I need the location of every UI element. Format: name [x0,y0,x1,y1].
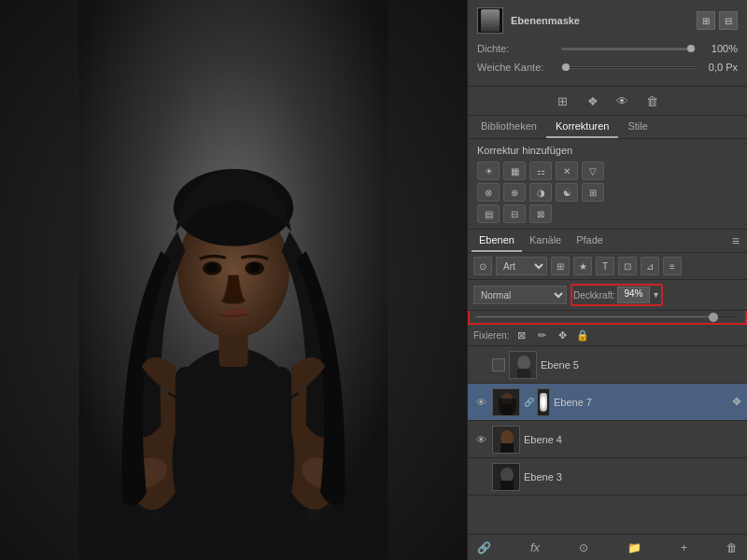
korr-levels-icon[interactable]: ▦ [503,161,526,180]
layers-filter-toolbar: ⊙ Art ⊞ ★ T ⊡ ⊿ ≡ [468,253,747,280]
korr-bw-icon[interactable]: ◑ [529,183,552,202]
layer-type-icon[interactable]: T [596,257,614,275]
layer-checkbox-5[interactable] [492,358,505,371]
dichte-value: 100% [696,43,738,54]
korr-vibrance-icon[interactable]: ▽ [582,161,604,180]
korr-posterize-icon[interactable]: ⊟ [503,204,526,223]
layer-options-icon[interactable]: ≡ [663,257,682,275]
layer-thumb-3 [492,463,520,491]
layer-eye-7[interactable]: 👁 [473,395,488,410]
korrekturen-tab-bar: Bibliotheken Korrekturen Stile [468,116,747,139]
add-layer-icon[interactable]: + [679,539,689,556]
mask-icons: ⊞ ⊟ [697,11,738,30]
layer-mask-7 [537,388,550,416]
layer-link-7: 🔗 [524,388,533,416]
filter-select[interactable]: Art [496,257,547,275]
tab-ebenen[interactable]: Ebenen [472,230,522,252]
weiche-kante-slider-container[interactable] [561,66,696,69]
svg-rect-20 [500,443,514,454]
link-layers-icon[interactable]: 🔗 [475,539,493,556]
dichte-label: Dichte: [477,43,561,54]
fix-paint-icon[interactable]: ✏ [533,328,550,343]
fix-transparent-icon[interactable]: ⊠ [513,328,529,343]
korr-hsl-icon[interactable]: ⊗ [477,183,500,202]
korr-exposure-icon[interactable]: ✕ [556,161,578,180]
layer-item-ebene4[interactable]: 👁 Ebene 4 [468,421,747,458]
deckkraft-arrow[interactable]: ▼ [652,290,660,300]
korrekturen-row-2: ⊗ ⊕ ◑ ☯ ⊞ [477,183,738,202]
trash-icon[interactable]: 🗑 [642,91,663,111]
deckkraft-slider-row [468,311,747,325]
korr-brightness-icon[interactable]: ☀ [477,161,500,180]
tab-pfade[interactable]: Pfade [569,230,611,252]
layers-menu-icon[interactable]: ≡ [728,230,743,252]
mask-select-btn[interactable]: ⊞ [697,11,715,30]
layer-cursor-icon: ⌖ [732,392,741,412]
canvas-area [0,0,467,560]
dichte-slider-container[interactable] [561,48,696,50]
layer-eye-4[interactable]: 👁 [473,432,488,447]
weiche-kante-row: Weiche Kante: 0,0 Px [477,60,738,75]
blend-mode-select[interactable]: Normal [473,286,567,304]
svg-point-19 [500,430,514,445]
layer-name-ebene3: Ebene 3 [524,471,741,483]
eye-icon[interactable]: 👁 [613,91,633,111]
korr-threshold-icon[interactable]: ⊠ [529,204,552,223]
deckkraft-value[interactable]: 94% [617,287,650,303]
panel-icons-row: ⊞ ❖ 👁 🗑 [468,87,747,116]
korrekturen-row-1: ☀ ▦ ⚏ ✕ ▽ [477,161,738,180]
deckkraft-full-slider[interactable] [475,315,740,318]
layers-tab-left: Ebenen Kanäle Pfade [472,230,611,252]
mask-option-btn[interactable]: ⊟ [719,11,738,30]
korr-photofilter-icon[interactable]: ☯ [556,183,578,202]
mask-header: Ebenenmaske ⊞ ⊟ [477,7,738,34]
layers-tab-bar: Ebenen Kanäle Pfade ≡ [468,230,747,253]
deckkraft-highlight: Deckkraft: 94% ▼ [571,284,663,306]
layer-eye-placeholder-3 [473,469,488,484]
fx-button[interactable]: fx [529,539,542,556]
add-group-icon[interactable]: 📁 [626,539,643,556]
mask-header-left: Ebenenmaske [477,7,580,34]
layer-item-ebene5[interactable]: Ebene 5 [468,346,747,384]
svg-point-10 [206,262,218,272]
layers-list: Ebene 5 👁 🔗 Ebene 7 ⌖ 👁 [468,346,747,534]
korrekturen-row-3: ▤ ⊟ ⊠ [477,204,738,223]
layer-effects-icon[interactable]: ★ [573,257,592,275]
dichte-row: Dichte: 100% [477,41,738,56]
korr-gradient-icon[interactable]: ▤ [477,204,500,223]
delete-layer-icon[interactable]: 🗑 [725,539,740,556]
korrekturen-panel: Korrektur hinzufügen ☀ ▦ ⚏ ✕ ▽ ⊗ ⊕ ◑ ☯ ⊞… [468,139,747,230]
korr-colorbalance-icon[interactable]: ⊕ [503,183,526,202]
weiche-kante-value: 0,0 Px [696,62,738,73]
svg-rect-4 [176,367,291,483]
layers-bottom-bar: 🔗 fx ⊙ 📁 + 🗑 [468,534,747,560]
korr-curves-icon[interactable]: ⚏ [529,161,552,180]
filter-toggle-icon[interactable]: ⊙ [473,257,492,275]
selection-icon[interactable]: ⊞ [553,91,573,111]
dichte-slider[interactable] [561,48,696,50]
fixieren-label: Fixieren: [473,330,509,341]
layer-item-ebene7[interactable]: 👁 🔗 Ebene 7 ⌖ [468,384,747,421]
fixieren-row: Fixieren: ⊠ ✏ ✥ 🔒 [468,325,747,346]
add-mask-icon[interactable]: ⊙ [577,539,590,556]
fix-all-icon[interactable]: 🔒 [574,328,591,343]
layer-attrib-icon[interactable]: ⊡ [618,257,637,275]
tab-kanaele[interactable]: Kanäle [522,230,569,252]
right-panel: Ebenenmaske ⊞ ⊟ Dichte: 100% Weiche Kant… [467,0,747,560]
layer-smart-icon[interactable]: ⊿ [641,257,659,275]
svg-rect-14 [517,369,530,379]
tab-korrekturen[interactable]: Korrekturen [546,116,618,138]
layer-name-ebene5: Ebene 5 [541,359,741,371]
tab-stile[interactable]: Stile [618,116,656,138]
tab-bibliotheken[interactable]: Bibliotheken [472,116,546,138]
svg-rect-23 [500,481,514,491]
pixel-icon[interactable]: ❖ [583,91,603,111]
layer-link-icon[interactable]: ⊞ [551,257,570,275]
layer-item-ebene3[interactable]: Ebene 3 [468,458,747,496]
korr-channelmixer-icon[interactable]: ⊞ [582,183,604,202]
fix-move-icon[interactable]: ✥ [554,328,571,343]
layer-thumb-7 [492,388,520,416]
svg-point-22 [500,468,514,483]
weiche-kante-slider[interactable] [561,66,696,69]
layer-name-ebene7: Ebene 7 [554,397,728,408]
